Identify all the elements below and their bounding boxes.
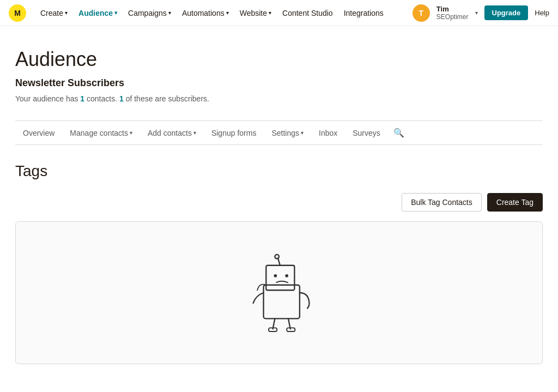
sub-nav-item-signup-forms[interactable]: Signup forms xyxy=(204,122,264,144)
user-name: Tim xyxy=(436,5,469,14)
tags-section: Tags Bulk Tag Contacts Create Tag xyxy=(15,162,543,364)
chevron-down-icon: ▾ xyxy=(168,10,171,16)
chevron-down-icon: ▾ xyxy=(114,10,117,16)
audience-name: Newsletter Subscribers xyxy=(15,77,543,89)
nav-item-content-studio[interactable]: Content Studio xyxy=(277,0,338,26)
mailchimp-logo[interactable]: M xyxy=(9,4,26,22)
svg-point-7 xyxy=(275,255,279,259)
chevron-down-icon: ▾ xyxy=(301,130,304,136)
user-chevron-icon[interactable]: ▾ xyxy=(475,10,478,16)
sub-nav: Overview Manage contacts ▾ Add contacts … xyxy=(15,120,543,145)
user-org: SEOptimer xyxy=(436,13,469,21)
nav-item-create[interactable]: Create ▾ xyxy=(35,0,73,26)
nav-item-website[interactable]: Website ▾ xyxy=(234,0,277,26)
chevron-down-icon: ▾ xyxy=(65,10,68,16)
sub-nav-item-manage-contacts[interactable]: Manage contacts ▾ xyxy=(62,122,140,144)
sub-nav-search-button[interactable]: 🔍 xyxy=(388,121,410,144)
navbar: M Create ▾ Audience ▾ Campaigns ▾ Automa… xyxy=(0,0,558,26)
audience-stats: Your audience has 1 contacts. 1 of these… xyxy=(15,94,543,103)
user-info[interactable]: Tim SEOptimer xyxy=(436,5,469,21)
search-icon: 🔍 xyxy=(393,128,404,138)
navbar-right: T Tim SEOptimer ▾ Upgrade Help xyxy=(413,4,549,22)
page-title: Audience xyxy=(15,48,543,71)
svg-point-5 xyxy=(285,274,288,278)
upgrade-button[interactable]: Upgrade xyxy=(484,5,529,20)
sub-nav-item-surveys[interactable]: Surveys xyxy=(345,122,388,144)
create-tag-button[interactable]: Create Tag xyxy=(487,193,543,212)
bulk-tag-contacts-button[interactable]: Bulk Tag Contacts xyxy=(402,193,482,212)
nav-item-campaigns[interactable]: Campaigns ▾ xyxy=(123,0,177,26)
nav-item-integrations[interactable]: Integrations xyxy=(338,0,389,26)
avatar[interactable]: T xyxy=(413,4,430,22)
empty-state-card xyxy=(15,221,543,364)
svg-line-6 xyxy=(278,258,280,266)
help-link[interactable]: Help xyxy=(535,9,549,17)
svg-text:M: M xyxy=(14,9,21,17)
svg-point-4 xyxy=(274,274,277,278)
sub-nav-item-inbox[interactable]: Inbox xyxy=(311,122,345,144)
chevron-down-icon: ▾ xyxy=(226,10,229,16)
subscribers-count: 1 xyxy=(119,94,124,103)
chevron-down-icon: ▾ xyxy=(193,130,196,136)
empty-illustration xyxy=(235,244,323,342)
sub-nav-item-overview[interactable]: Overview xyxy=(15,122,62,144)
sub-nav-item-add-contacts[interactable]: Add contacts ▾ xyxy=(140,122,204,144)
page-container: Audience Newsletter Subscribers Your aud… xyxy=(0,26,558,364)
chevron-down-icon: ▾ xyxy=(130,130,132,136)
svg-rect-3 xyxy=(266,266,294,290)
nav-item-audience[interactable]: Audience ▾ xyxy=(73,0,123,26)
chevron-down-icon: ▾ xyxy=(269,10,271,16)
contacts-count: 1 xyxy=(80,94,84,103)
sub-nav-item-settings[interactable]: Settings ▾ xyxy=(264,122,311,144)
nav-item-automations[interactable]: Automations ▾ xyxy=(177,0,234,26)
nav-items: Create ▾ Audience ▾ Campaigns ▾ Automati… xyxy=(35,0,413,26)
tags-title: Tags xyxy=(15,162,543,180)
tags-toolbar: Bulk Tag Contacts Create Tag xyxy=(15,193,543,212)
